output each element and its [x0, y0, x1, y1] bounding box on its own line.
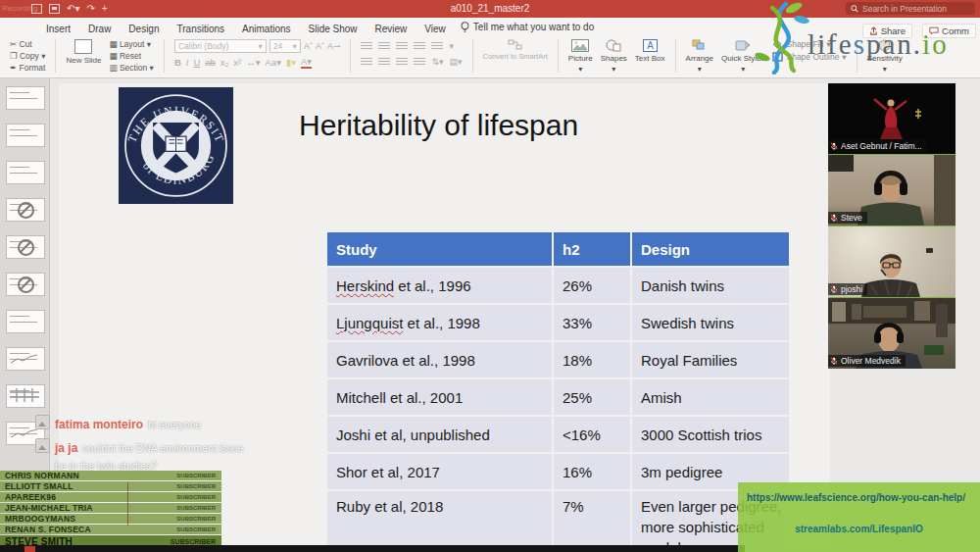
subscriber-row: ELLIOTT SMALLSUBSCRIBER [0, 481, 221, 491]
slide-thumbnail[interactable] [6, 86, 45, 110]
highlight-button[interactable]: ▮▾ [286, 57, 296, 68]
table-row: Shor et al, 201716%3m pedigree [327, 453, 790, 490]
slide-thumbnail[interactable] [6, 124, 45, 147]
table-cell: 26% [553, 267, 631, 304]
overlay-artifact [127, 482, 128, 526]
chat-avatar-icon [35, 438, 50, 453]
menu-tab-draw[interactable]: Draw [79, 24, 120, 34]
copy-button[interactable]: ❐ Copy ▾ [10, 51, 45, 61]
section-button[interactable]: ▥ Section ▾ [109, 63, 153, 73]
slide-thumbnail[interactable] [6, 235, 45, 259]
university-of-edinburgh-logo: THE UNIVERSITY of EDINBURGH [119, 87, 233, 204]
bold-button[interactable]: B [174, 57, 181, 68]
table-header: h2 [553, 232, 631, 267]
char-spacing-button[interactable]: ↔▾ [246, 57, 260, 68]
subscript-button[interactable]: x₂ [220, 57, 228, 68]
align-left-icon[interactable] [361, 58, 372, 67]
menu-tab-animations[interactable]: Animations [233, 24, 299, 34]
subscriber-name: MRBOOGYMANS [5, 514, 75, 524]
clear-format-icon[interactable]: A⇀ [327, 40, 341, 52]
tell-me-box[interactable]: Tell me what you want to do [461, 22, 594, 33]
new-slide-button[interactable]: New Slide [66, 39, 101, 65]
table-cell: 16% [553, 453, 631, 490]
table-row: Ruby et al, 20187%Even larger pedigree, … [327, 490, 790, 552]
slide-thumbnail[interactable] [6, 198, 45, 222]
text-box-button[interactable]: A Text Box [635, 39, 665, 63]
muted-mic-icon [830, 142, 838, 150]
subscriber-row: CHRIS NORMANNSUBSCRIBER [0, 471, 221, 480]
underline-button[interactable]: U [193, 57, 200, 68]
convert-smartart-button[interactable]: Convert to SmartArt [483, 39, 548, 61]
menu-tab-insert[interactable]: Insert [37, 24, 79, 34]
text-direction-icon[interactable]: ⇅▾ [431, 56, 443, 68]
subscriber-row: JEAN-MICHAEL TRIASUBSCRIBER [0, 503, 221, 513]
bullets-icon[interactable] [361, 42, 372, 51]
muted-mic-icon [830, 357, 838, 365]
table-cell: Swedish twins [631, 304, 790, 341]
grow-font-icon[interactable]: Aˆ [304, 40, 313, 52]
mini-chart-icon [10, 353, 39, 365]
indent-increase-icon[interactable] [414, 42, 425, 51]
subscriber-list: CHRIS NORMANNSUBSCRIBERELLIOTT SMALLSUBS… [0, 471, 221, 548]
layout-button[interactable]: ▦ Layout ▾ [109, 39, 153, 49]
change-case-button[interactable]: Aa▾ [266, 57, 281, 68]
chat-username: ja ja [55, 441, 77, 455]
svg-text:A: A [647, 40, 654, 51]
webcam-name: Oliver Medvedik [841, 356, 901, 366]
subscriber-name: RENAN S. FONSECA [5, 525, 91, 534]
chat-text: hi everyone [148, 419, 201, 430]
justify-icon[interactable] [414, 58, 425, 67]
slide-thumbnail[interactable] [6, 273, 45, 296]
columns-icon[interactable]: ▤▾ [450, 56, 463, 68]
format-painter-button[interactable]: ✒ Format [10, 63, 45, 73]
app-window: Recording ↶▾ ↷ + a010_21_master2 Search … [0, 0, 980, 552]
table-row: Herskind et al., 199626%Danish twins [327, 267, 790, 304]
smartart-icon [508, 39, 523, 51]
subscriber-row: APAREEK96SUBSCRIBER [0, 492, 221, 502]
table-row: Joshi et al, unpublished<16%3000 Scottis… [327, 416, 790, 453]
italic-button[interactable]: I [186, 57, 189, 68]
menu-tab-view[interactable]: View [416, 24, 455, 34]
webcam-name: pjoshi [841, 284, 862, 294]
align-right-icon[interactable] [396, 58, 408, 67]
slide-thumbnail[interactable] [6, 310, 45, 333]
menu-tab-design[interactable]: Design [120, 24, 168, 34]
menu-tab-review[interactable]: Review [367, 24, 416, 34]
shrink-font-icon[interactable]: Aˇ [316, 40, 324, 52]
table-cell: Gavrilova et al., 1998 [327, 341, 553, 378]
shapes-button[interactable]: Shapes▾ [601, 39, 627, 74]
table-cell: Amish [631, 378, 790, 416]
chat-username: fatima monteiro [55, 418, 143, 431]
numbering-icon[interactable] [378, 42, 390, 51]
menu-tab-slide-show[interactable]: Slide Show [300, 24, 367, 34]
table-row: Ljungquist et al., 199833%Swedish twins [327, 304, 790, 341]
superscript-button[interactable]: x² [233, 57, 241, 68]
streamlabs-link: streamlabs.com/LifespanIO [738, 524, 980, 534]
slide-thumbnail[interactable] [6, 347, 45, 371]
chat-message: fatima monteirohi everyone [35, 415, 251, 432]
reset-button[interactable]: ▦ Reset [109, 51, 153, 61]
table-cell: 7% [553, 490, 631, 552]
indent-decrease-icon[interactable] [396, 42, 408, 51]
subscriber-badge: SUBSCRIBER [176, 505, 216, 511]
table-cell: <16% [553, 416, 631, 453]
arrange-icon [692, 39, 708, 52]
subscriber-badge: SUBSCRIBER [176, 473, 216, 478]
font-size-select[interactable]: 24▾ [270, 39, 301, 53]
line-spacing-icon[interactable] [431, 42, 443, 51]
webcam-name: Aset Gebnut / Fatim... [841, 141, 922, 151]
chat-text: couldnt the DNA environment issue be in … [55, 442, 243, 472]
leafscience-link: https://www.leafscience.org/how-you-can-… [738, 492, 974, 503]
font-color-button[interactable]: A▾ [301, 56, 312, 69]
align-center-icon[interactable] [378, 58, 390, 67]
menu-tab-transitions[interactable]: Transitions [169, 24, 234, 34]
slide-thumbnail[interactable] [6, 384, 45, 408]
picture-button[interactable]: Picture▾ [568, 39, 593, 74]
webcam-feed: Oliver Medvedik [828, 297, 956, 369]
font-name-select[interactable]: Calibri (Body)▾ [174, 39, 267, 53]
subscriber-name: ELLIOTT SMALL [5, 481, 74, 491]
slide-thumbnail[interactable] [6, 161, 45, 184]
arrange-button[interactable]: Arrange▾ [686, 39, 713, 74]
cut-button[interactable]: ✂ Cut [10, 39, 45, 49]
strikethrough-button[interactable]: ab [205, 57, 216, 68]
